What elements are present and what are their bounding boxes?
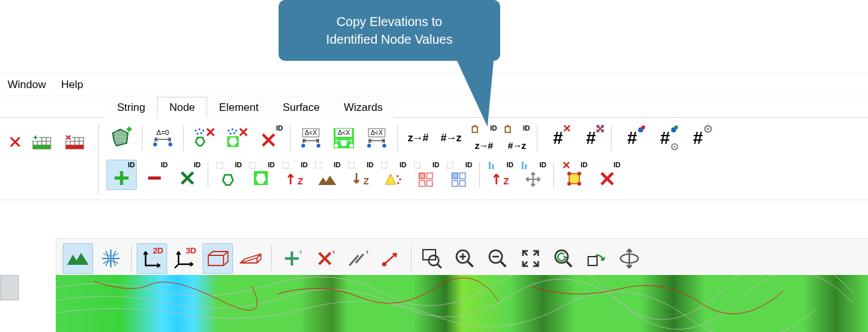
id-down-z-button[interactable]: ID Z	[345, 160, 375, 190]
x-id-highlight-button[interactable]: ID	[559, 160, 589, 190]
id-region-grid-blue-button[interactable]: ID	[444, 160, 474, 190]
highlight-box-icon	[566, 172, 582, 187]
id-minus-button[interactable]: ID	[139, 160, 170, 190]
wedge-wire-icon	[238, 249, 263, 268]
zoom-window-button[interactable]	[417, 243, 447, 274]
orbit-button[interactable]	[614, 243, 645, 274]
box-wire-button[interactable]	[203, 243, 233, 274]
svg-rect-82	[249, 162, 256, 169]
box-wire-icon	[205, 249, 230, 268]
svg-point-36	[231, 128, 233, 130]
id-add-button[interactable]: ID	[106, 160, 137, 190]
id-label: ID	[276, 124, 283, 132]
menu-window[interactable]: Window	[0, 76, 53, 94]
terrain-icon	[67, 251, 89, 266]
id-delete-button[interactable]: ID	[255, 123, 285, 153]
hash-color-dot-button[interactable]: #	[617, 123, 647, 153]
delta-lt-x-invert-icon: Δ<X	[332, 127, 355, 150]
zoom-refresh-button[interactable]	[548, 243, 579, 274]
id-up-z-button[interactable]: ID Z	[279, 160, 310, 190]
svg-rect-99	[427, 181, 432, 186]
fit-screen-button[interactable]	[515, 243, 546, 274]
id-x-button[interactable]: ID	[172, 160, 203, 190]
dashed-select-icon	[381, 162, 387, 169]
wedge-wire-button[interactable]	[236, 243, 266, 274]
svg-rect-95	[414, 162, 420, 169]
svg-rect-110	[569, 174, 579, 184]
zoom-in-button[interactable]	[450, 243, 480, 274]
svg-point-114	[577, 182, 581, 186]
x-icon	[9, 136, 21, 148]
tab-string[interactable]: String	[105, 97, 157, 118]
id-hex-button[interactable]: ID	[213, 160, 244, 190]
tab-surface[interactable]: Surface	[270, 97, 332, 118]
svg-rect-106	[492, 164, 494, 169]
bar-id-up-z-button[interactable]: ID Z	[485, 160, 515, 190]
zoom-out-button[interactable]	[482, 243, 513, 274]
line-plus-button[interactable]: +	[343, 243, 373, 274]
svg-rect-105	[489, 162, 491, 169]
ribbon-node: Δ=0	[0, 118, 868, 200]
axis-2d-button[interactable]: 2D	[137, 243, 167, 274]
menu-bar: Window Help	[0, 73, 868, 96]
polygon-add-icon	[110, 127, 133, 150]
tab-element[interactable]: Element	[207, 97, 270, 118]
gear-icon	[704, 125, 712, 133]
menu-help[interactable]: Help	[53, 76, 91, 94]
svg-point-113	[567, 182, 571, 186]
svg-point-77	[674, 146, 676, 148]
rotate-selection-icon	[586, 248, 607, 269]
grid-add-button[interactable]	[30, 127, 55, 157]
svg-rect-67	[506, 125, 509, 127]
grid-remove-button[interactable]	[63, 127, 88, 157]
svg-rect-87	[315, 162, 322, 169]
id-region-grid-button[interactable]: ID	[411, 160, 441, 190]
line-plus-icon: +	[347, 249, 368, 268]
tab-node[interactable]: Node	[157, 97, 207, 118]
view-toolbar: 2D 3D + + +	[56, 238, 868, 279]
vector-button[interactable]	[375, 243, 406, 274]
svg-point-39	[233, 132, 235, 134]
bar-id-move-button[interactable]: ID	[518, 160, 548, 190]
dots-inverted-hex-x-button[interactable]	[222, 123, 252, 153]
hash-color-gear-button[interactable]: #	[650, 123, 680, 153]
id-hex-invert-button[interactable]: ID	[246, 160, 277, 190]
move-icon	[525, 172, 541, 187]
tab-wizards[interactable]: Wizards	[332, 97, 394, 118]
delta-lt-x-button[interactable]: Δ<X	[296, 123, 326, 153]
svg-point-58	[382, 144, 386, 148]
hash-grid-button[interactable]: #	[576, 123, 606, 153]
center-cross-button[interactable]	[96, 243, 126, 274]
z-to-hash-button[interactable]: z→#	[403, 123, 433, 153]
id-scatter-button[interactable]: ID	[378, 160, 408, 190]
svg-rect-108	[522, 162, 524, 169]
map-canvas[interactable]	[56, 275, 868, 332]
hash-x-button[interactable]: #	[543, 123, 573, 153]
svg-point-57	[367, 144, 371, 148]
plus-green-button[interactable]: +	[277, 243, 307, 274]
dashed-select-icon	[315, 162, 322, 169]
delta-zero-button[interactable]: Δ=0	[148, 123, 178, 153]
delete-grid-red-button[interactable]	[8, 127, 22, 157]
delta-lt-x-b-button[interactable]: Δ<X	[362, 123, 392, 153]
svg-rect-88	[348, 162, 355, 169]
svg-point-92	[396, 175, 398, 177]
x-red-plus-button[interactable]: +	[310, 243, 340, 274]
add-polygon-button[interactable]	[106, 123, 137, 153]
svg-marker-91	[386, 174, 396, 184]
svg-point-25	[168, 143, 172, 146]
svg-rect-124	[588, 257, 597, 265]
svg-point-31	[202, 129, 204, 131]
hash-gear-button[interactable]: #	[682, 123, 713, 153]
terrain-view-button[interactable]	[63, 243, 93, 274]
id-x-red-button[interactable]: ID	[592, 160, 622, 190]
delta-lt-x-invert-button[interactable]: Δ<X	[329, 123, 359, 153]
id-terrain-button[interactable]: ID	[312, 160, 343, 190]
axis-3d-button[interactable]: 3D	[170, 243, 200, 274]
svg-text:Δ<X: Δ<X	[370, 129, 383, 136]
dots-hex-x-button[interactable]	[189, 123, 219, 153]
svg-rect-80	[217, 162, 223, 169]
svg-rect-101	[452, 173, 458, 179]
minus-icon	[146, 170, 163, 186]
rotate-selection-button[interactable]	[581, 243, 612, 274]
